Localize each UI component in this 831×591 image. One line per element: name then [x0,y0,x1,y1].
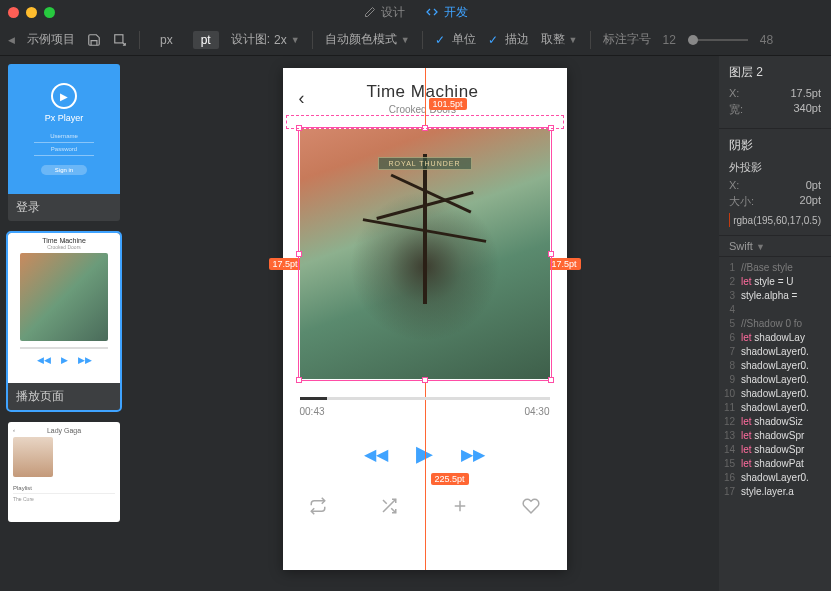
font-min: 12 [663,33,676,47]
font-size-label: 标注字号 [603,31,651,48]
time-end: 04:30 [524,406,549,417]
artboard-sidebar: ▶ Px Player Username Password Sign in 登录… [0,56,130,591]
tab-design[interactable]: 设计 [364,4,405,21]
artboard-scale[interactable]: 设计图: 2x ▼ [231,31,300,48]
album-art: ROYAL THUNDER [300,129,550,379]
svg-line-3 [383,500,387,504]
chevron-down-icon: ▼ [569,35,578,45]
prop-x: 17.5pt [790,87,821,99]
svg-rect-0 [115,34,123,42]
shadow-color[interactable]: rgba(195,60,17,0.5) [729,213,821,227]
thumb-playlist[interactable]: ‹ Lady Gaga Playlist The Cure [8,422,120,522]
chevron-down-icon: ▼ [401,35,410,45]
add-icon[interactable] [451,497,469,515]
window-controls [8,7,55,18]
minimize-icon[interactable] [26,7,37,18]
maximize-icon[interactable] [44,7,55,18]
unit-check[interactable]: ✓单位 [435,31,476,48]
thumb-player[interactable]: ‹ Time Machine Crooked Doors ◀◀▶▶▶ 播放页面 [8,233,120,410]
shuffle-icon[interactable] [380,497,398,515]
stroke-check[interactable]: ✓描边 [488,31,529,48]
song-title: Time Machine [305,82,541,102]
chevron-left-icon[interactable]: ◀ [8,35,15,45]
measurement-center: 225.5pt [431,473,469,485]
shadow-size: 20pt [800,194,821,209]
toolbar: ◀ 示例项目 px pt 设计图: 2x ▼ 自动颜色模式 ▼ ✓单位 ✓描边 … [0,24,831,56]
prev-icon[interactable]: ◀◀ [364,445,388,464]
prop-width: 340pt [793,102,821,117]
unit-px[interactable]: px [152,31,181,49]
time-current: 00:43 [300,406,325,417]
code-block[interactable]: 1//Base style2let style = U3style.alpha … [719,257,831,503]
measurement-left: 17.5pt [269,258,302,270]
unit-pt[interactable]: pt [193,31,219,49]
tab-develop[interactable]: 开发 [425,4,468,21]
measurement-right: 17.5pt [547,258,580,270]
tab-design-label: 设计 [381,4,405,21]
color-mode-select[interactable]: 自动颜色模式 ▼ [325,31,410,48]
measurement-top: 101.5pt [429,98,467,110]
thumb-label: 登录 [8,194,120,221]
font-size-slider[interactable] [688,39,748,41]
code-icon [425,6,439,18]
canvas[interactable]: 101.5pt 17.5pt 17.5pt 225.5pt ‹ Time Mac… [130,56,719,591]
repeat-icon[interactable] [309,497,327,515]
round-select[interactable]: 取整 ▼ [541,31,578,48]
code-lang-select[interactable]: Swift ▼ [719,236,831,257]
inspector: 图层 2 X:17.5pt 宽:340pt 阴影 外投影 X:0pt 大小:20… [719,56,831,591]
thumb-label: 播放页面 [8,383,120,410]
heart-icon[interactable] [522,497,540,515]
layer-title: 图层 2 [729,64,821,81]
tab-develop-label: 开发 [444,4,468,21]
export-icon[interactable] [113,33,127,47]
album-banner: ROYAL THUNDER [378,157,472,170]
close-icon[interactable] [8,7,19,18]
artboard: 101.5pt 17.5pt 17.5pt 225.5pt ‹ Time Mac… [283,68,567,570]
save-icon[interactable] [87,33,101,47]
shadow-outer: 外投影 [729,160,821,175]
pencil-icon [364,6,376,18]
font-max: 48 [760,33,773,47]
titlebar: 设计 开发 [0,0,831,24]
thumb-login[interactable]: ▶ Px Player Username Password Sign in 登录 [8,64,120,221]
project-name[interactable]: 示例项目 [27,31,75,48]
chevron-down-icon: ▼ [291,35,300,45]
next-icon[interactable]: ▶▶ [461,445,485,464]
song-subtitle: Crooked Doors [305,104,541,115]
shadow-title: 阴影 [729,137,821,154]
shadow-x: 0pt [806,179,821,191]
